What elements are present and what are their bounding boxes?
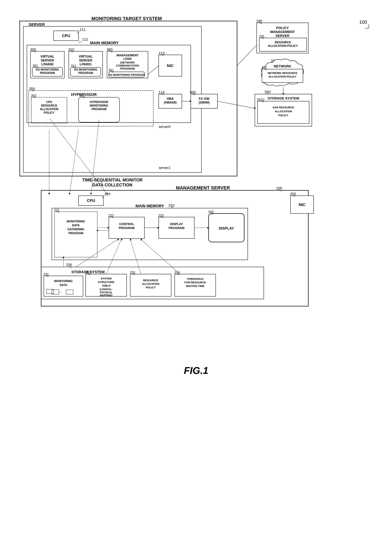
- page: 100 MONITORING TARGET SYSTEM SERVER CPU …: [9, 7, 383, 541]
- spacer: [16, 14, 376, 388]
- diagram: 100 MONITORING TARGET SYSTEM SERVER CPU …: [16, 14, 376, 388]
